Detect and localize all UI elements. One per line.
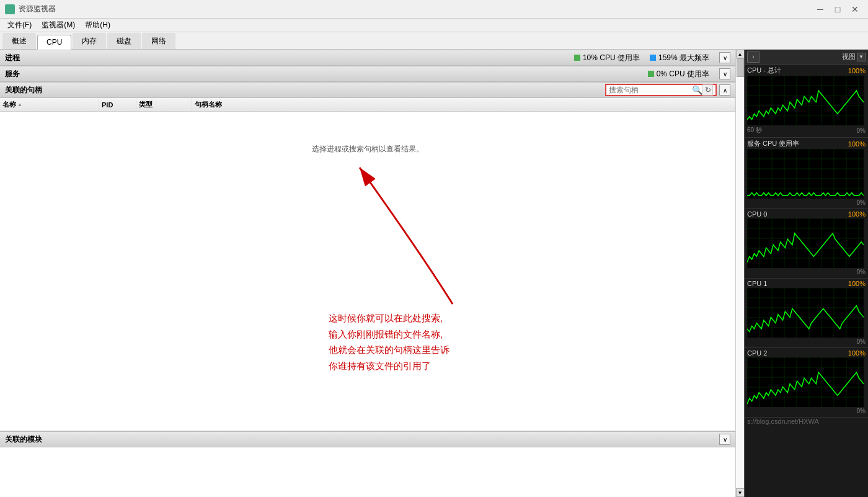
cpu-graph-pct-cpu-total: 100% [848,67,866,74]
left-panel: 进程 10% CPU 使用率 159% 最大频率 ∨ [0,50,735,497]
watermark: s://blog.csdn.net/HXWA [745,416,868,426]
cpu-graph-panel-cpu2: CPU 2100%0% [745,348,868,418]
maximize-button[interactable]: □ [830,3,846,16]
cpu-graph-panel-cpu1: CPU 1100%0% [745,279,868,348]
cpu-graph-pct-cpu2: 100% [848,349,866,357]
cpu-graph-bottom-cpu2: 0% [747,408,866,414]
tab-memory[interactable]: 内存 [73,33,106,49]
cpu-graph-bottom-cpu1: 0% [747,338,866,345]
refresh-icon[interactable]: ↻ [702,84,713,96]
cpu-graph-val-cpu1: 0% [857,338,866,345]
handle-title: 关联的句柄 [5,85,42,96]
module-collapse-btn[interactable]: ∨ [719,434,730,445]
process-freq-label: 159% 最大频率 [658,53,709,63]
expand-btn[interactable]: › [747,51,760,63]
handle-table-header: 名称 ▲ PID 类型 句柄名称 [0,98,735,112]
cpu-graph-title-row-cpu1: CPU 1100% [747,280,866,287]
title-bar-controls: ─ □ ✕ [812,3,863,16]
tab-cpu[interactable]: CPU [37,35,71,50]
process-cpu-indicator: 10% CPU 使用率 [574,53,640,63]
right-panel-header: › 视图 ▼ [745,50,868,65]
menu-file[interactable]: 文件(F) [2,19,37,32]
process-header-right: 10% CPU 使用率 159% 最大频率 ∨ [574,52,730,63]
module-header-right: ∨ [719,434,730,445]
tab-disk[interactable]: 磁盘 [107,33,141,49]
handle-header: 关联的句柄 🔍 ↻ ∧ [0,82,735,98]
process-cpu-dot [574,55,580,61]
cpu-graph-panel-cpu0: CPU 0100%0% [745,209,868,279]
handle-search-input[interactable] [609,86,689,94]
view-dropdown: 视图 ▼ [842,52,866,61]
view-dropdown-btn[interactable]: ▼ [857,53,866,61]
cpu-graph-canvas-cpu1 [747,288,864,338]
handle-section: 关联的句柄 🔍 ↻ ∧ 名称 ▲ [0,82,735,431]
tab-overview[interactable]: 概述 [2,33,36,49]
service-header-right: 0% CPU 使用率 ∨ [648,68,730,79]
cpu-graph-canvas-cpu-total [747,76,864,125]
cpu-graph-pct-service-cpu: 100% [848,140,866,148]
module-header-left: 关联的模块 [5,434,42,445]
handle-table-area: 选择进程或搜索句柄以查看结果。 [0,112,735,431]
right-panel: › 视图 ▼ CPU - 总计100%60 秒0%服务 CPU 使用率100%0… [744,50,868,497]
module-section-header[interactable]: 关联的模块 ∨ [0,431,735,447]
app-icon [5,4,15,14]
process-title: 进程 [5,53,20,63]
service-collapse-btn[interactable]: ∨ [719,68,730,79]
cpu-graph-pct-cpu0: 100% [848,210,866,218]
col-name: 名称 ▲ [0,98,99,111]
service-cpu-label: 0% CPU 使用率 [657,69,709,79]
close-button[interactable]: ✕ [847,3,863,16]
col-type: 类型 [136,98,192,111]
cpu-graph-bottom-service-cpu: 0% [747,199,866,206]
cpu-graph-time-cpu-total: 60 秒 [747,126,762,135]
search-box: 🔍 ↻ [605,84,717,96]
cpu-graph-title-cpu1: CPU 1 [747,280,767,287]
col-handle-name: 句柄名称 [192,98,735,111]
cpu-graph-val-cpu2: 0% [857,408,866,414]
module-content [0,447,735,497]
service-cpu-indicator: 0% CPU 使用率 [648,69,709,79]
service-section: 服务 0% CPU 使用率 ∨ [0,66,735,82]
module-title: 关联的模块 [5,434,42,445]
service-title: 服务 [5,69,20,79]
col-pid: PID [99,98,136,111]
cpu-graph-canvas-cpu2 [747,357,864,407]
cpu-graph-panel-service-cpu: 服务 CPU 使用率100%0% [745,138,868,209]
scroll-down-btn[interactable]: ▼ [736,488,745,497]
handle-empty-msg: 选择进程或搜索句柄以查看结果。 [0,112,735,186]
cpu-graph-canvas-service-cpu [747,149,864,199]
cpu-graph-title-cpu-total: CPU - 总计 [747,66,781,75]
cpu-graph-title-service-cpu: 服务 CPU 使用率 [747,139,799,148]
service-section-header[interactable]: 服务 0% CPU 使用率 ∨ [0,66,735,82]
main-layout: 进程 10% CPU 使用率 159% 最大频率 ∨ [0,50,868,497]
view-label: 视图 [842,52,856,61]
cpu-graph-title-row-cpu-total: CPU - 总计100% [747,66,866,75]
vertical-scrollbar[interactable]: ▲ ▼ [735,50,744,497]
right-panel-graphs: CPU - 总计100%60 秒0%服务 CPU 使用率100%0%CPU 01… [745,65,868,418]
sort-icon: ▲ [17,102,22,107]
cpu-graph-title-row-cpu2: CPU 2100% [747,349,866,357]
menu-monitor[interactable]: 监视器(M) [37,19,80,32]
tab-network[interactable]: 网络 [142,33,175,49]
menu-help[interactable]: 帮助(H) [80,19,115,32]
cpu-graph-val-cpu0: 0% [857,269,866,275]
process-cpu-label: 10% CPU 使用率 [583,53,640,63]
tab-bar: 概述 CPU 内存 磁盘 网络 [0,32,868,50]
search-icon[interactable]: 🔍 [692,85,702,95]
cpu-graph-val-service-cpu: 0% [857,199,866,206]
menu-bar: 文件(F) 监视器(M) 帮助(H) [0,19,868,32]
cpu-graph-title-cpu0: CPU 0 [747,210,767,218]
scroll-up-btn[interactable]: ▲ [736,50,745,58]
cpu-graph-bottom-cpu0: 0% [747,269,866,275]
scroll-track [736,58,745,488]
minimize-button[interactable]: ─ [812,3,828,16]
cpu-graph-title-row-service-cpu: 服务 CPU 使用率100% [747,139,866,148]
process-collapse-btn[interactable]: ∨ [719,52,730,63]
cpu-graph-canvas-cpu0 [747,218,864,268]
module-section: 关联的模块 ∨ [0,431,735,497]
service-header-left: 服务 [5,69,20,79]
scroll-thumb[interactable] [737,58,744,77]
title-bar-left: 资源监视器 [5,4,56,14]
handle-collapse-btn[interactable]: ∧ [719,84,730,96]
process-section-header[interactable]: 进程 10% CPU 使用率 159% 最大频率 ∨ [0,50,735,66]
